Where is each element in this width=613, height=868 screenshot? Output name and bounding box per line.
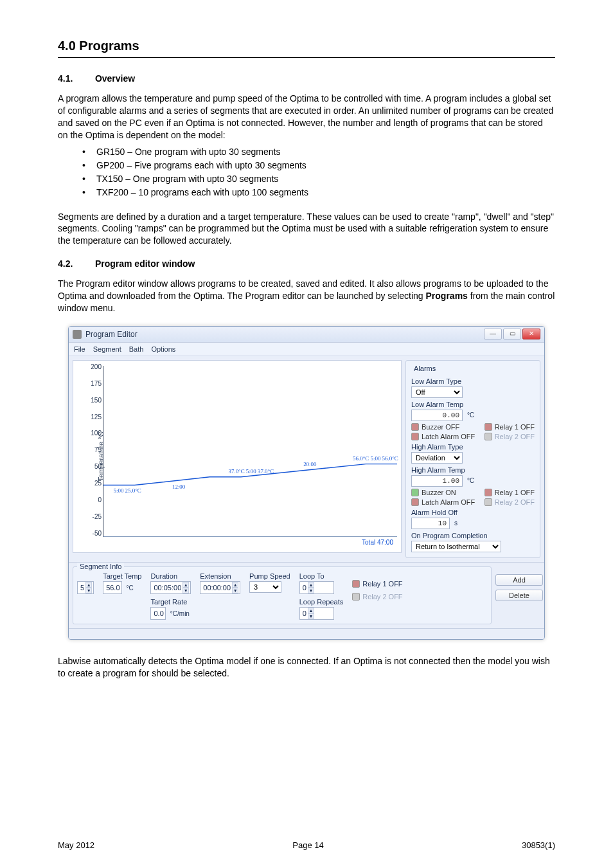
y-tick: 75 — [86, 446, 102, 453]
maximize-button[interactable]: ▭ — [503, 329, 521, 339]
svg-text:37.0°C  5:00 37.0°C: 37.0°C 5:00 37.0°C — [228, 468, 274, 475]
segment-index-value: 5 — [80, 584, 84, 592]
alarms-group-title: Alarms — [411, 365, 438, 372]
subsection-overview: 4.1. Overview — [58, 73, 555, 84]
alarms-group: Alarms Low Alarm Type Off Low Alarm Temp… — [405, 360, 540, 558]
extension-label: Extension — [200, 572, 240, 580]
loop-to-label: Loop To — [299, 572, 344, 580]
minimize-button[interactable]: — — [484, 329, 502, 339]
plot-area: 5:00 25.0°C12:0037.0°C 5:00 37.0°C20:005… — [103, 366, 397, 537]
app-icon — [73, 330, 82, 339]
y-tick: 125 — [86, 413, 102, 420]
seg-relay1-led[interactable] — [352, 580, 360, 588]
seg-relay1-label: Relay 1 OFF — [362, 580, 402, 588]
list-item: TXF200 – 10 programs each with upto 100 … — [96, 186, 555, 199]
subsection-editor: 4.2. Program editor window — [58, 258, 555, 269]
model-bullet-list: GR150 – One program with upto 30 segment… — [58, 145, 555, 199]
pump-speed-select[interactable]: 3 — [249, 581, 281, 593]
list-item: GR150 – One program with upto 30 segment… — [96, 145, 555, 159]
status-bar — [69, 628, 544, 639]
window-buttons: — ▭ ✕ — [484, 329, 540, 339]
latch-led-2[interactable] — [411, 498, 419, 506]
alarm-hold-off-label: Alarm Hold Off — [411, 509, 535, 516]
page-footer: May 2012 Page 14 30853(1) — [58, 840, 555, 850]
relay-col: Relay 1 OFF Relay 2 OFF — [352, 572, 402, 602]
menu-segment[interactable]: Segment — [93, 345, 121, 353]
window-titlebar: Program Editor — ▭ ✕ — [69, 327, 544, 343]
y-tick: 200 — [86, 363, 102, 370]
latch-off-label: Latch Alarm OFF — [422, 433, 475, 440]
list-item: GP200 – Five programs each with upto 30 … — [96, 159, 555, 172]
buzzer-off-label: Buzzer OFF — [422, 423, 459, 431]
y-tick: 150 — [86, 397, 102, 404]
duration-value: 00:05:00 — [154, 584, 181, 592]
right-panel: Alarms Low Alarm Type Off Low Alarm Temp… — [405, 360, 540, 558]
delete-button[interactable]: Delete — [495, 590, 543, 601]
relay1-led[interactable] — [484, 423, 492, 431]
segment-index-input[interactable]: 5 ▲▼ — [77, 581, 94, 594]
low-alarm-type-select[interactable]: Off — [411, 386, 463, 398]
loop-repeats-value: 0 — [303, 610, 306, 617]
alarm-hold-unit: s — [454, 520, 458, 527]
buzzer-led[interactable] — [411, 423, 419, 431]
segment-index-col: 5 ▲▼ — [77, 572, 94, 594]
high-alarm-type-label: High Alarm Type — [411, 443, 535, 451]
y-tick: -50 — [86, 530, 102, 537]
window-body: Temperature °C 200 175 150 125 100 75 50… — [69, 356, 544, 562]
segment-bar: Segment Info 5 ▲▼ Target Temp — [69, 562, 544, 628]
on-completion-label: On Program Completion — [411, 532, 535, 539]
section-title: 4.0 Programs — [58, 39, 555, 57]
loop-col: Loop To 0 ▲▼ Loop Repeats 0 ▲▼ — [299, 572, 344, 620]
buzzer-on-led[interactable] — [411, 489, 419, 496]
y-tick: -25 — [86, 513, 102, 520]
menu-options[interactable]: Options — [151, 345, 175, 353]
high-alarm-temp-input[interactable]: 1.00 — [411, 475, 463, 487]
y-tick: 0 — [86, 496, 102, 503]
menu-file[interactable]: File — [74, 345, 85, 353]
high-alarm-type-select[interactable]: Deviation — [411, 452, 463, 464]
loop-repeats-label: Loop Repeats — [299, 598, 344, 606]
pump-speed-col: Pump Speed 3 — [249, 572, 290, 593]
target-temp-label: Target Temp — [103, 572, 141, 580]
screenshot-container: Program Editor — ▭ ✕ File Segment Bath O… — [58, 326, 555, 640]
low-alarm-type-label: Low Alarm Type — [411, 377, 535, 385]
target-temp-input[interactable]: 56.0 — [103, 581, 121, 594]
target-rate-input[interactable]: 0.0 — [150, 607, 165, 620]
y-tick: 100 — [86, 429, 102, 437]
autodetect-paragraph: Labwise automatically detects the Optima… — [58, 655, 555, 680]
y-tick: 50 — [86, 463, 102, 470]
seg-relay2-label: Relay 2 OFF — [362, 593, 402, 601]
subsection-num: 4.2. — [58, 258, 93, 269]
loop-to-value: 0 — [303, 584, 306, 592]
loop-repeats-input[interactable]: 0 ▲▼ — [299, 607, 334, 620]
overview-paragraph: A program allows the temperature and pum… — [58, 93, 555, 141]
low-alarm-temp-unit: °C — [467, 411, 474, 419]
extension-input[interactable]: 00:00:00 ▲▼ — [200, 581, 240, 594]
relay1-off-label-2: Relay 1 OFF — [495, 489, 535, 496]
footer-date: May 2012 — [58, 840, 94, 850]
close-button[interactable]: ✕ — [522, 329, 540, 339]
latch-led[interactable] — [411, 433, 419, 440]
on-completion-select[interactable]: Return to Isothermal — [411, 541, 501, 552]
total-time-label: Total 47:00 — [362, 539, 393, 546]
relay2-off-label-2: Relay 2 OFF — [495, 498, 535, 506]
menu-bath[interactable]: Bath — [129, 345, 144, 353]
svg-text:56.0°C  5:00 56.0°C: 56.0°C 5:00 56.0°C — [353, 455, 398, 462]
buzzer-on-label: Buzzer ON — [422, 489, 456, 496]
svg-text:12:00: 12:00 — [172, 484, 186, 490]
subsection-num: 4.1. — [58, 73, 93, 84]
high-alarm-temp-unit: °C — [467, 477, 474, 484]
alarm-hold-input[interactable]: 10 — [411, 518, 450, 529]
footer-doc-id: 30853(1) — [522, 840, 555, 850]
target-temp-value: 56.0 — [106, 584, 120, 592]
duration-input[interactable]: 00:05:00 ▲▼ — [150, 581, 191, 594]
add-button[interactable]: Add — [495, 574, 543, 586]
segment-info-legend: Segment Info — [77, 563, 124, 570]
target-temp-unit: °C — [127, 584, 134, 592]
chart-svg: 5:00 25.0°C12:0037.0°C 5:00 37.0°C20:005… — [103, 366, 397, 536]
loop-to-input[interactable]: 0 ▲▼ — [299, 581, 334, 594]
relay1-led-2[interactable] — [484, 489, 492, 496]
low-alarm-temp-input[interactable]: 0.00 — [411, 410, 463, 421]
menu-bar: File Segment Bath Options — [69, 343, 544, 356]
svg-text:5:00 25.0°C: 5:00 25.0°C — [113, 487, 141, 494]
